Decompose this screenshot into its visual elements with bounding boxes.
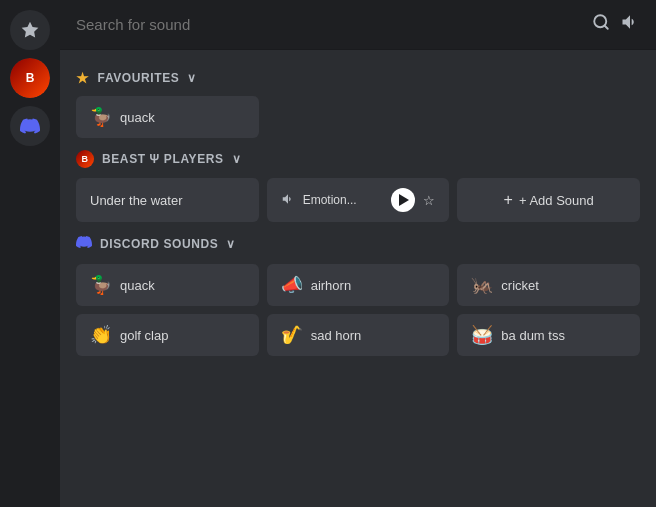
sidebar-item-discord[interactable] — [10, 106, 50, 146]
discord-icon — [20, 116, 40, 136]
discord-sounds-icon — [76, 234, 92, 254]
main-panel: ★ FAVOURITES ∨ 🦆 quack B BEAST ψ PLAYERS… — [60, 0, 656, 507]
beast-avatar: B — [10, 58, 50, 98]
beast-header: B BEAST ψ PLAYERS ∨ — [76, 150, 640, 168]
favourites-chevron-icon[interactable]: ∨ — [187, 71, 197, 85]
quack-fav-emoji: 🦆 — [90, 106, 112, 128]
playing-vol-icon — [281, 192, 295, 209]
golf-clap-label: golf clap — [120, 328, 168, 343]
content-area: ★ FAVOURITES ∨ 🦆 quack B BEAST ψ PLAYERS… — [60, 50, 656, 507]
emotional-damage-star-icon[interactable]: ☆ — [423, 193, 435, 208]
sound-btn-under-water[interactable]: Under the water — [76, 178, 259, 222]
under-water-label: Under the water — [90, 193, 183, 208]
favourites-star-icon: ★ — [76, 70, 90, 86]
airhorn-emoji: 📣 — [281, 274, 303, 296]
add-sound-label: + Add Sound — [519, 193, 594, 208]
quack-d-label: quack — [120, 278, 155, 293]
airhorn-label: airhorn — [311, 278, 351, 293]
favourites-grid: 🦆 quack — [76, 96, 640, 138]
add-sound-button[interactable]: + + Add Sound — [457, 178, 640, 222]
cricket-emoji: 🦗 — [471, 274, 493, 296]
discord-sounds-header: DISCORD SOUNDS ∨ — [76, 234, 640, 254]
sidebar-item-favourites[interactable] — [10, 10, 50, 50]
beast-section-icon: B — [76, 150, 94, 168]
discord-sounds-chevron-icon[interactable]: ∨ — [226, 237, 236, 251]
discord-sounds-grid: 🦆 quack 📣 airhorn 🦗 cricket 👏 golf clap … — [76, 264, 640, 356]
sad-horn-label: sad horn — [311, 328, 362, 343]
search-icon[interactable] — [592, 13, 610, 36]
golf-clap-emoji: 👏 — [90, 324, 112, 346]
volume-icon[interactable] — [620, 12, 640, 37]
sound-btn-quack-fav[interactable]: 🦆 quack — [76, 96, 259, 138]
star-icon — [20, 20, 40, 40]
quack-fav-label: quack — [120, 110, 155, 125]
sound-btn-ba-dum-tss[interactable]: 🥁 ba dum tss — [457, 314, 640, 356]
beast-chevron-icon[interactable]: ∨ — [232, 152, 242, 166]
sound-btn-cricket[interactable]: 🦗 cricket — [457, 264, 640, 306]
beast-title: BEAST ψ PLAYERS — [102, 152, 224, 166]
sidebar-item-beast[interactable]: B — [10, 58, 50, 98]
sound-btn-golf-clap[interactable]: 👏 golf clap — [76, 314, 259, 356]
sad-horn-emoji: 🎷 — [281, 324, 303, 346]
sound-btn-airhorn[interactable]: 📣 airhorn — [267, 264, 450, 306]
svg-line-1 — [604, 25, 607, 28]
emotional-damage-label: Emotion... — [303, 193, 384, 207]
play-circle[interactable] — [391, 188, 415, 212]
sound-btn-sad-horn[interactable]: 🎷 sad horn — [267, 314, 450, 356]
sound-btn-emotional-damage[interactable]: Emotion... ☆ — [267, 178, 450, 222]
favourites-title: FAVOURITES — [98, 71, 180, 85]
ba-dum-tss-emoji: 🥁 — [471, 324, 493, 346]
discord-sounds-title: DISCORD SOUNDS — [100, 237, 218, 251]
add-icon: + — [504, 191, 513, 209]
sound-btn-quack-discord[interactable]: 🦆 quack — [76, 264, 259, 306]
ba-dum-tss-label: ba dum tss — [501, 328, 565, 343]
search-bar — [60, 0, 656, 50]
sidebar: B — [0, 0, 60, 507]
cricket-label: cricket — [501, 278, 539, 293]
search-input[interactable] — [76, 16, 582, 33]
quack-d-emoji: 🦆 — [90, 274, 112, 296]
favourites-header: ★ FAVOURITES ∨ — [76, 70, 640, 86]
beast-grid: Under the water Emotion... ☆ + + Add Sou… — [76, 178, 640, 222]
play-triangle-icon — [399, 194, 409, 206]
yellow-arrow-icon — [60, 94, 66, 194]
